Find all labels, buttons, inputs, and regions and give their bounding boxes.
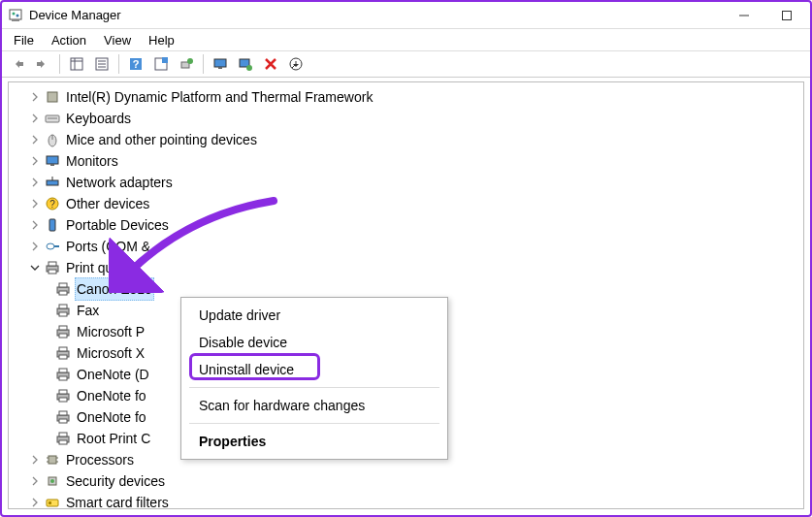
svg-rect-1 xyxy=(12,19,19,21)
svg-rect-43 xyxy=(59,291,67,295)
toolbar-separator xyxy=(203,54,204,74)
svg-text:?: ? xyxy=(133,58,140,70)
ctx-disable-device[interactable]: Disable device xyxy=(181,329,447,356)
chevron-right-icon[interactable] xyxy=(28,474,42,488)
printer-icon xyxy=(45,260,60,275)
printer-icon xyxy=(55,345,71,361)
tree-node-keyboards[interactable]: Keyboards xyxy=(15,108,803,129)
tree-node-portable[interactable]: Portable Devices xyxy=(15,214,803,236)
properties-button[interactable] xyxy=(90,52,114,76)
svg-point-36 xyxy=(47,243,54,249)
svg-point-2 xyxy=(13,12,16,15)
chevron-right-icon[interactable] xyxy=(28,133,42,146)
chevron-right-icon[interactable] xyxy=(28,496,42,509)
svg-point-71 xyxy=(50,479,54,483)
toolbar-separator xyxy=(118,54,119,74)
printer-icon xyxy=(55,281,71,297)
menu-help[interactable]: Help xyxy=(141,31,182,49)
tree-label: OneNote (D xyxy=(75,364,151,385)
tree-node-intel[interactable]: Intel(R) Dynamic Platform and Thermal Fr… xyxy=(15,86,803,108)
svg-rect-54 xyxy=(59,369,67,372)
tree-label: Keyboards xyxy=(64,108,133,129)
svg-rect-31 xyxy=(47,180,58,185)
svg-rect-5 xyxy=(783,11,792,19)
svg-rect-60 xyxy=(59,411,67,415)
printer-icon xyxy=(55,409,71,425)
ctx-properties[interactable]: Properties xyxy=(181,428,447,455)
svg-rect-49 xyxy=(59,334,67,338)
chevron-right-icon[interactable] xyxy=(28,453,42,467)
cpu-icon xyxy=(45,452,60,468)
svg-rect-48 xyxy=(59,326,67,330)
show-hide-tree-button[interactable] xyxy=(65,52,88,76)
svg-rect-16 xyxy=(162,57,168,63)
chevron-right-icon[interactable] xyxy=(28,154,42,168)
maximize-button[interactable] xyxy=(765,2,808,29)
port-icon xyxy=(45,239,60,254)
tree-label: Network adapters xyxy=(64,172,175,193)
tree-node-smartcard[interactable]: Smart card filters xyxy=(15,492,803,509)
tree-label: Print queues xyxy=(64,257,145,278)
monitor-view-button[interactable] xyxy=(209,52,232,76)
menu-action[interactable]: Action xyxy=(44,31,94,49)
printer-icon xyxy=(55,431,71,446)
tree-label: Other devices xyxy=(64,193,151,214)
svg-rect-0 xyxy=(10,10,21,19)
more-actions-button[interactable] xyxy=(284,52,308,76)
titlebar: Device Manager xyxy=(2,2,810,29)
chevron-right-icon[interactable] xyxy=(28,90,42,104)
ctx-update-driver[interactable]: Update driver xyxy=(181,302,447,329)
chevron-right-icon[interactable] xyxy=(28,112,42,125)
tree-node-network[interactable]: Network adapters xyxy=(15,172,803,193)
svg-rect-51 xyxy=(59,347,67,351)
svg-rect-24 xyxy=(48,92,57,102)
context-menu: Update driver Disable device Uninstall d… xyxy=(180,297,448,460)
svg-rect-20 xyxy=(218,67,222,69)
svg-rect-45 xyxy=(59,305,67,308)
chevron-right-icon[interactable] xyxy=(28,240,42,253)
svg-rect-65 xyxy=(49,456,56,464)
help-button[interactable]: ? xyxy=(124,52,147,76)
tree-node-print-queues[interactable]: Print queues xyxy=(15,257,803,278)
tree-label: Microsoft X xyxy=(75,342,146,364)
chevron-down-icon[interactable] xyxy=(28,261,42,275)
svg-rect-29 xyxy=(47,156,58,164)
menu-file[interactable]: File xyxy=(6,31,42,49)
svg-rect-61 xyxy=(59,419,67,423)
tree-node-other[interactable]: ? Other devices xyxy=(15,193,803,214)
uninstall-button[interactable] xyxy=(259,52,282,76)
ctx-uninstall-device[interactable]: Uninstall device xyxy=(181,356,447,383)
chevron-right-icon[interactable] xyxy=(28,176,42,189)
svg-rect-19 xyxy=(214,59,226,67)
ctx-scan-hardware[interactable]: Scan for hardware changes xyxy=(181,392,447,419)
svg-rect-72 xyxy=(47,500,58,506)
svg-rect-52 xyxy=(59,355,67,359)
tree-node-monitors[interactable]: Monitors xyxy=(15,150,803,172)
tree-label: Security devices xyxy=(64,470,167,492)
tree-node-security[interactable]: Security devices xyxy=(15,470,803,492)
scan-hardware-button[interactable] xyxy=(234,52,257,76)
tree-label: Canon E510 xyxy=(75,277,154,301)
forward-button[interactable] xyxy=(31,52,54,76)
svg-rect-42 xyxy=(59,283,67,287)
chevron-right-icon[interactable] xyxy=(28,197,42,210)
svg-text:?: ? xyxy=(49,199,55,210)
svg-rect-63 xyxy=(59,433,67,436)
action-button[interactable] xyxy=(149,52,173,76)
tree-node-mice[interactable]: Mice and other pointing devices xyxy=(15,129,803,150)
printer-icon xyxy=(55,324,71,339)
minimize-button[interactable] xyxy=(723,2,765,29)
svg-rect-39 xyxy=(49,262,56,266)
tree-node-ports[interactable]: Ports (COM & xyxy=(15,236,803,257)
toolbar: ? xyxy=(2,50,810,78)
chevron-right-icon[interactable] xyxy=(28,218,42,232)
smartcard-icon xyxy=(45,495,60,509)
menu-view[interactable]: View xyxy=(96,31,139,49)
svg-rect-55 xyxy=(59,376,67,380)
menubar: File Action View Help xyxy=(2,29,810,50)
back-button[interactable] xyxy=(6,52,29,76)
keyboard-icon xyxy=(45,111,60,126)
monitor-icon xyxy=(45,153,60,169)
toolbar-separator xyxy=(59,54,60,74)
update-driver-button[interactable] xyxy=(175,52,198,76)
